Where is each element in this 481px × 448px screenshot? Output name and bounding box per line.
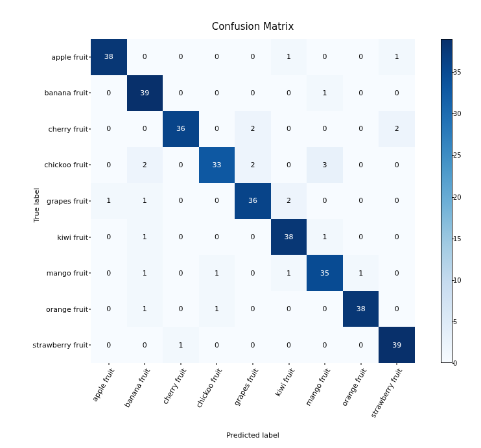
x-tick-label: mango fruit bbox=[304, 367, 332, 407]
heatmap-cell: 39 bbox=[127, 75, 163, 112]
y-axis-label: True label bbox=[32, 188, 41, 222]
heatmap-cell: 0 bbox=[343, 183, 379, 219]
heatmap-cell: 0 bbox=[343, 147, 379, 183]
x-tick-label: chickoo fruit bbox=[195, 367, 224, 409]
y-tick-label: chickoo fruit bbox=[44, 161, 88, 169]
heatmap-cell: 0 bbox=[307, 327, 343, 363]
heatmap-cell: 0 bbox=[199, 219, 235, 255]
heatmap-grid: 3800001001039000010000360200020203320300… bbox=[91, 39, 415, 363]
heatmap-cell: 38 bbox=[91, 39, 127, 75]
heatmap-cell: 0 bbox=[127, 111, 163, 147]
heatmap-cell: 0 bbox=[199, 111, 235, 147]
colorbar-tick-label: 15 bbox=[453, 235, 462, 242]
x-tick-label: cherry fruit bbox=[161, 367, 188, 406]
heatmap-cell: 39 bbox=[379, 327, 415, 363]
heatmap-cell: 0 bbox=[235, 327, 271, 363]
heatmap-cell: 1 bbox=[307, 75, 343, 112]
heatmap-cell: 0 bbox=[271, 111, 307, 147]
heatmap-cell: 1 bbox=[163, 327, 199, 363]
heatmap-cell: 2 bbox=[235, 111, 271, 147]
heatmap-cell: 2 bbox=[127, 147, 163, 183]
heatmap-cell: 0 bbox=[91, 111, 127, 147]
heatmap-cell: 0 bbox=[163, 75, 199, 112]
heatmap-cell: 1 bbox=[379, 39, 415, 75]
heatmap-cell: 1 bbox=[127, 291, 163, 327]
heatmap-cell: 1 bbox=[271, 39, 307, 75]
heatmap-cell: 33 bbox=[199, 147, 235, 183]
colorbar bbox=[441, 39, 452, 363]
heatmap-cell: 2 bbox=[235, 147, 271, 183]
heatmap-cell: 0 bbox=[163, 183, 199, 219]
heatmap-cell: 0 bbox=[379, 219, 415, 255]
y-tick-label: cherry fruit bbox=[49, 124, 88, 133]
heatmap-cell: 0 bbox=[235, 255, 271, 291]
heatmap-cell: 1 bbox=[127, 255, 163, 291]
heatmap-cell: 0 bbox=[271, 75, 307, 112]
x-axis-label: Predicted label bbox=[91, 431, 415, 440]
heatmap-cell: 2 bbox=[271, 183, 307, 219]
heatmap-cell: 0 bbox=[163, 255, 199, 291]
heatmap-cell: 0 bbox=[199, 327, 235, 363]
y-tick-label: grapes fruit bbox=[47, 197, 88, 206]
colorbar-tick-label: 25 bbox=[453, 152, 462, 159]
heatmap-cell: 0 bbox=[307, 183, 343, 219]
colorbar-tick-label: 10 bbox=[453, 276, 462, 283]
heatmap-cell: 1 bbox=[127, 219, 163, 255]
heatmap-cell: 36 bbox=[235, 183, 271, 219]
heatmap-cell: 0 bbox=[127, 327, 163, 363]
y-tick-label: strawberry fruit bbox=[32, 341, 88, 349]
y-tick-label: mango fruit bbox=[47, 269, 88, 277]
colorbar-tick-label: 5 bbox=[453, 318, 457, 325]
heatmap-cell: 0 bbox=[271, 327, 307, 363]
y-tick-label: apple fruit bbox=[51, 53, 88, 61]
heatmap-cell: 0 bbox=[307, 291, 343, 327]
heatmap-cell: 0 bbox=[343, 219, 379, 255]
heatmap-cell: 0 bbox=[163, 147, 199, 183]
heatmap-cell: 0 bbox=[379, 255, 415, 291]
heatmap-cell: 0 bbox=[163, 291, 199, 327]
heatmap-cell: 0 bbox=[163, 219, 199, 255]
colorbar-tick-label: 30 bbox=[453, 110, 462, 117]
heatmap-cell: 0 bbox=[91, 327, 127, 363]
heatmap-cell: 0 bbox=[235, 39, 271, 75]
heatmap-cell: 38 bbox=[271, 219, 307, 255]
heatmap-cell: 0 bbox=[343, 39, 379, 75]
heatmap-cell: 0 bbox=[91, 75, 127, 112]
x-tick-label: orange fruit bbox=[340, 367, 368, 408]
x-tick-label: strawberry fruit bbox=[369, 367, 404, 419]
heatmap-cell: 1 bbox=[343, 255, 379, 291]
heatmap-cell: 0 bbox=[379, 183, 415, 219]
heatmap-cell: 38 bbox=[343, 291, 379, 327]
heatmap-cell: 0 bbox=[343, 75, 379, 112]
heatmap-cell: 1 bbox=[199, 255, 235, 291]
heatmap-cell: 0 bbox=[91, 291, 127, 327]
heatmap-cell: 0 bbox=[91, 219, 127, 255]
heatmap-cell: 1 bbox=[271, 255, 307, 291]
heatmap-cell: 1 bbox=[307, 219, 343, 255]
heatmap-cell: 0 bbox=[127, 39, 163, 75]
heatmap-cell: 0 bbox=[307, 39, 343, 75]
y-tick-label: orange fruit bbox=[46, 305, 88, 313]
heatmap-cell: 0 bbox=[91, 147, 127, 183]
x-tick-label: banana fruit bbox=[123, 367, 152, 409]
heatmap-cell: 0 bbox=[163, 39, 199, 75]
heatmap-cell: 1 bbox=[127, 183, 163, 219]
heatmap-cell: 0 bbox=[271, 147, 307, 183]
y-tick-label: kiwi fruit bbox=[57, 233, 88, 241]
heatmap-cell: 1 bbox=[199, 291, 235, 327]
x-tick-label: apple fruit bbox=[90, 367, 116, 403]
heatmap-cell: 0 bbox=[307, 111, 343, 147]
x-tick-label: grapes fruit bbox=[232, 367, 260, 407]
heatmap-cell: 36 bbox=[163, 111, 199, 147]
y-tick-label: banana fruit bbox=[45, 89, 88, 97]
heatmap-cell: 0 bbox=[343, 111, 379, 147]
chart-title: Confusion Matrix bbox=[91, 21, 415, 32]
heatmap-cell: 0 bbox=[379, 291, 415, 327]
x-tick-label: kiwi fruit bbox=[274, 367, 296, 398]
heatmap-cell: 2 bbox=[379, 111, 415, 147]
heatmap-cell: 0 bbox=[235, 291, 271, 327]
heatmap-cell: 0 bbox=[379, 75, 415, 112]
heatmap-cell: 3 bbox=[307, 147, 343, 183]
colorbar-tick-label: 0 bbox=[453, 360, 457, 367]
heatmap-cell: 0 bbox=[235, 75, 271, 112]
